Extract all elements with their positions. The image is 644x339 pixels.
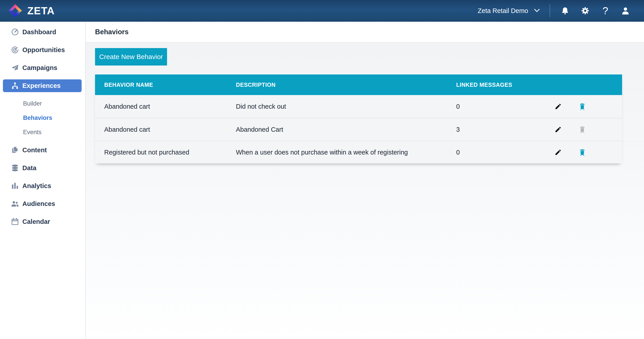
gear-icon	[581, 6, 590, 15]
trash-icon	[578, 126, 586, 134]
sidebar-item-label: Content	[22, 146, 47, 154]
trash-icon	[578, 148, 586, 156]
sidebar-subitem-behaviors[interactable]: Behaviors	[0, 111, 85, 125]
edit-behavior-button[interactable]	[553, 124, 564, 135]
pencil-icon	[554, 126, 562, 133]
behavior-name-cell: Abandoned cart	[104, 126, 236, 133]
sidebar-item-analytics[interactable]: Analytics	[0, 177, 85, 195]
page-title: Behaviors	[95, 28, 128, 36]
sidebar-item-audiences[interactable]: Audiences	[0, 195, 85, 213]
sidebar-item-label: Opportunities	[22, 46, 65, 54]
zeta-logo-icon	[8, 3, 23, 18]
edit-behavior-button[interactable]	[553, 147, 564, 158]
people-icon	[11, 200, 19, 208]
top-navbar: ZETA Zeta Retail Demo	[0, 0, 644, 22]
behaviors-table: BEHAVIOR NAME DESCRIPTION LINKED MESSAGE…	[95, 74, 622, 164]
sidebar-item-experiences[interactable]: Experiences	[0, 77, 85, 94]
sidebar-item-calendar[interactable]: Calendar	[0, 213, 85, 230]
sidebar-subitem-label: Behaviors	[23, 114, 52, 122]
sidebar-item-label: Calendar	[22, 218, 50, 226]
create-new-behavior-button[interactable]: Create New Behavior	[95, 48, 167, 66]
pencil-icon	[554, 103, 562, 110]
sidebar-item-label: Audiences	[22, 200, 55, 208]
gauge-icon	[11, 28, 19, 36]
sitemap-icon	[11, 82, 19, 90]
database-icon	[11, 164, 19, 172]
brand: ZETA	[8, 3, 55, 18]
sidebar-subitem-builder[interactable]: Builder	[0, 96, 85, 111]
trash-icon	[578, 102, 586, 110]
experiences-subnav: Builder Behaviors Events	[0, 96, 85, 139]
sidebar-subitem-label: Builder	[23, 100, 42, 107]
delete-behavior-button-disabled	[577, 124, 588, 135]
paper-plane-icon	[11, 64, 19, 72]
sidebar-item-label: Campaigns	[22, 64, 57, 72]
account-dropdown[interactable]: Zeta Retail Demo	[478, 7, 540, 14]
description-cell: When a user does not purchase within a w…	[236, 149, 456, 156]
sidebar-item-label: Dashboard	[22, 28, 56, 36]
table-row: Registered but not purchased When a user…	[95, 141, 622, 164]
user-icon	[621, 6, 630, 15]
behavior-name-cell: Registered but not purchased	[104, 149, 236, 156]
brand-name: ZETA	[27, 5, 55, 17]
page-header: Behaviors	[86, 22, 644, 42]
sidebar: Dashboard Opportunities	[0, 22, 86, 339]
linked-messages-cell: 3	[456, 126, 553, 133]
notifications-button[interactable]	[555, 3, 575, 18]
help-button[interactable]: ?	[595, 3, 616, 18]
pages-icon	[11, 146, 19, 154]
sidebar-item-opportunities[interactable]: Opportunities	[0, 41, 85, 59]
settings-button[interactable]	[575, 3, 595, 18]
content-area: Create New Behavior BEHAVIOR NAME DESCRI…	[86, 42, 644, 339]
edit-behavior-button[interactable]	[553, 101, 564, 112]
sidebar-item-data[interactable]: Data	[0, 159, 85, 177]
user-menu-button[interactable]	[616, 3, 636, 18]
delete-behavior-button[interactable]	[577, 147, 588, 158]
calendar-icon	[11, 217, 19, 226]
behavior-name-cell: Abandoned cart	[104, 103, 236, 110]
description-cell: Abandoned Cart	[236, 126, 456, 133]
linked-messages-cell: 0	[456, 149, 553, 156]
sidebar-item-label: Experiences	[22, 82, 60, 90]
sidebar-subitem-label: Events	[23, 129, 42, 136]
question-mark-icon: ?	[602, 6, 608, 16]
column-header-description: DESCRIPTION	[236, 82, 456, 88]
target-icon	[11, 46, 19, 54]
sidebar-subitem-events[interactable]: Events	[0, 125, 85, 139]
sidebar-item-label: Analytics	[22, 182, 51, 190]
table-header-row: BEHAVIOR NAME DESCRIPTION LINKED MESSAGE…	[95, 74, 622, 95]
bar-chart-icon	[11, 182, 19, 190]
table-row: Abandoned cart Did not check out 0	[95, 95, 622, 118]
pencil-icon	[554, 149, 562, 156]
description-cell: Did not check out	[236, 103, 456, 110]
sidebar-item-label: Data	[22, 164, 36, 172]
navbar-divider	[550, 4, 550, 17]
chevron-down-icon	[534, 9, 540, 13]
sidebar-item-campaigns[interactable]: Campaigns	[0, 59, 85, 77]
account-name: Zeta Retail Demo	[478, 7, 528, 14]
column-header-behavior-name: BEHAVIOR NAME	[104, 82, 236, 88]
delete-behavior-button[interactable]	[577, 101, 588, 112]
linked-messages-cell: 0	[456, 103, 553, 110]
sidebar-item-content[interactable]: Content	[0, 141, 85, 159]
table-row: Abandoned cart Abandoned Cart 3	[95, 118, 622, 141]
sidebar-item-dashboard[interactable]: Dashboard	[0, 23, 85, 41]
bell-icon	[561, 6, 569, 15]
column-header-linked-messages: LINKED MESSAGES	[456, 82, 622, 88]
